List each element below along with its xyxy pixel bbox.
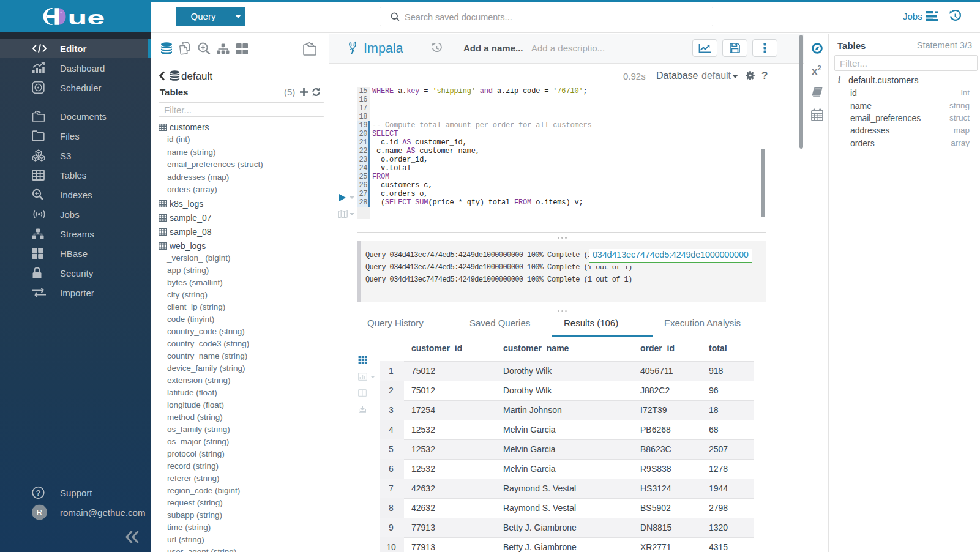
svg-text:R: R <box>37 508 42 517</box>
svg-text:ue: ue <box>68 8 105 25</box>
svg-text:?: ? <box>36 488 41 498</box>
